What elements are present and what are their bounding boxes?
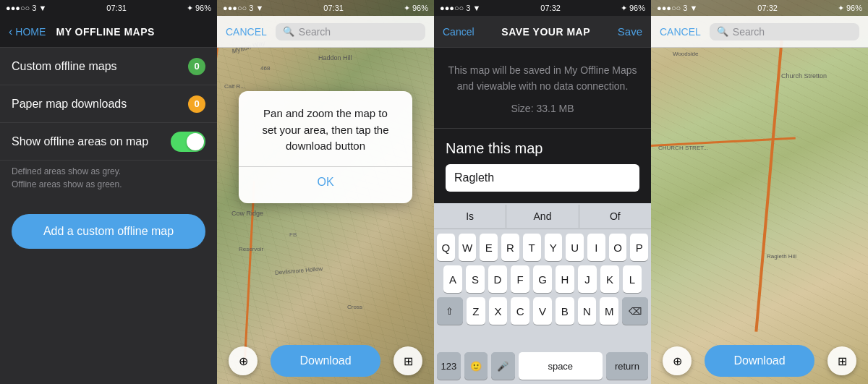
menu-item-label: Paper map downloads xyxy=(12,98,127,111)
dialog-overlay: Pan and zoom the map to set your area, t… xyxy=(217,48,434,384)
screen2-nav: ●●●○○ 3 ▼ 07:31 ✦ 96% CANCEL 🔍 Search xyxy=(217,0,434,48)
search-placeholder-2: Search xyxy=(299,26,331,38)
key-e[interactable]: E xyxy=(480,234,498,261)
paper-map-downloads-item[interactable]: Paper map downloads 0 xyxy=(0,85,217,123)
screen-map-download: Woodside Church Stretton CHURCH STRET...… xyxy=(651,0,868,384)
key-f[interactable]: F xyxy=(511,265,529,293)
key-shift[interactable]: ⇧ xyxy=(437,297,463,325)
search-area-4[interactable]: 🔍 Search xyxy=(710,23,859,40)
key-p[interactable]: P xyxy=(630,234,648,261)
suggestion-is[interactable]: Is xyxy=(434,205,506,228)
search-area-2[interactable]: 🔍 Search xyxy=(276,23,425,40)
status-bar-3: ●●●○○ 3 ▼ 07:32 ✦ 96% xyxy=(434,0,651,16)
key-a[interactable]: A xyxy=(443,265,462,293)
download-button-4[interactable]: Download xyxy=(705,345,814,377)
dialog-text: Pan and zoom the map to set your area, t… xyxy=(256,106,395,155)
key-r[interactable]: R xyxy=(501,234,519,261)
suggestion-of[interactable]: Of xyxy=(579,205,651,228)
back-label: HOME xyxy=(15,26,46,38)
key-d[interactable]: D xyxy=(488,265,507,293)
name-section-label: Name this map xyxy=(446,140,639,157)
status-time-4: 07:32 xyxy=(757,4,778,12)
layers-icon-4: ⊞ xyxy=(838,354,847,368)
key-q[interactable]: Q xyxy=(437,234,455,261)
key-v[interactable]: V xyxy=(533,297,552,325)
key-row-3: ⇧ Z X C V B N M ⌫ xyxy=(437,297,648,325)
key-x[interactable]: X xyxy=(489,297,508,325)
key-mic[interactable]: 🎤 xyxy=(491,352,515,380)
toggle-knob xyxy=(187,133,204,150)
key-y[interactable]: Y xyxy=(545,234,563,261)
key-w[interactable]: W xyxy=(459,234,477,261)
key-num[interactable]: 123 xyxy=(437,352,461,380)
status-bar-2: ●●●○○ 3 ▼ 07:31 ✦ 96% xyxy=(217,0,434,16)
key-l[interactable]: L xyxy=(623,265,642,293)
key-k[interactable]: K xyxy=(600,265,619,293)
save-button-3[interactable]: Save xyxy=(618,25,642,38)
key-space[interactable]: space xyxy=(519,352,603,380)
search-placeholder-4: Search xyxy=(733,26,765,38)
screen-offline-maps: ●●●○○ 3 ▼ 07:31 ✦ 96% ‹ HOME MY OFFLINE … xyxy=(0,0,217,384)
keyboard-area: Is And Of Q W E R T Y U I O P A S D F xyxy=(434,203,651,384)
nav-bar-3: Cancel SAVE YOUR MAP Save xyxy=(434,16,651,48)
back-button[interactable]: ‹ HOME xyxy=(9,25,46,38)
page-title: MY OFFLINE MAPS xyxy=(46,26,165,38)
toggle-label: Show offline areas on map xyxy=(12,135,148,148)
search-icon-4: 🔍 xyxy=(717,26,728,37)
show-offline-areas-toggle-item[interactable]: Show offline areas on map xyxy=(0,123,217,161)
key-z[interactable]: Z xyxy=(467,297,485,325)
search-icon-2: 🔍 xyxy=(283,26,294,37)
map-label: CHURCH STRET... xyxy=(658,145,708,151)
key-n[interactable]: N xyxy=(578,297,597,325)
cancel-button-4[interactable]: CANCEL xyxy=(660,26,701,38)
key-t[interactable]: T xyxy=(523,234,541,261)
key-h[interactable]: H xyxy=(556,265,574,293)
key-s[interactable]: S xyxy=(466,265,485,293)
key-o[interactable]: O xyxy=(609,234,627,261)
status-right-1: ✦ 96% xyxy=(187,4,211,13)
map-size: Size: 33.1 MB xyxy=(446,101,639,116)
toggle-description: Defined areas show as grey.Offline areas… xyxy=(0,161,217,200)
keyboard-suggestions: Is And Of xyxy=(434,203,651,229)
cancel-button-3[interactable]: Cancel xyxy=(443,26,475,38)
cancel-button-2[interactable]: CANCEL xyxy=(226,26,267,38)
location-button-4[interactable]: ⊕ xyxy=(663,346,692,375)
dialog-ok-button[interactable]: OK xyxy=(256,176,395,189)
key-j[interactable]: J xyxy=(578,265,597,293)
badge-count-custom: 0 xyxy=(188,58,205,75)
save-info: This map will be saved in My Offline Map… xyxy=(434,48,651,129)
key-backspace[interactable]: ⌫ xyxy=(622,297,648,325)
add-custom-offline-map-button[interactable]: Add a custom offline map xyxy=(12,214,205,249)
back-chevron-icon: ‹ xyxy=(9,25,12,38)
screen4-nav: ●●●○○ 3 ▼ 07:32 ✦ 96% CANCEL 🔍 Search xyxy=(651,0,868,48)
map-name-input[interactable] xyxy=(446,164,639,192)
bottom-bar-4: ⊕ Download ⊞ xyxy=(651,338,868,384)
pan-zoom-dialog: Pan and zoom the map to set your area, t… xyxy=(239,91,412,203)
key-return[interactable]: return xyxy=(606,352,648,380)
key-m[interactable]: M xyxy=(600,297,618,325)
menu-item-label: Custom offline maps xyxy=(12,60,117,73)
status-bar-4: ●●●○○ 3 ▼ 07:32 ✦ 96% xyxy=(651,0,868,16)
key-c[interactable]: C xyxy=(511,297,529,325)
key-b[interactable]: B xyxy=(556,297,574,325)
custom-offline-maps-item[interactable]: Custom offline maps 0 xyxy=(0,48,217,85)
key-u[interactable]: U xyxy=(566,234,584,261)
key-row-bottom: 123 🙂 🎤 space return xyxy=(434,352,651,384)
screen-map-select: Mytton Way 468 Haddon Hill Calf R... Cow… xyxy=(217,0,434,384)
key-g[interactable]: G xyxy=(533,265,552,293)
layers-button-4[interactable]: ⊞ xyxy=(827,346,856,375)
crosshair-icon-4: ⊕ xyxy=(673,354,682,368)
key-row-1: Q W E R T Y U I O P xyxy=(437,234,648,261)
nav-bar-1: ‹ HOME MY OFFLINE MAPS xyxy=(0,16,217,48)
dialog-divider xyxy=(239,166,412,167)
nav-bar-4: CANCEL 🔍 Search xyxy=(651,16,868,48)
status-bar-1: ●●●○○ 3 ▼ 07:31 ✦ 96% xyxy=(0,0,217,16)
suggestion-and[interactable]: And xyxy=(506,205,579,228)
key-emoji[interactable]: 🙂 xyxy=(464,352,488,380)
offline-areas-toggle[interactable] xyxy=(171,132,205,152)
key-i[interactable]: I xyxy=(587,234,605,261)
keyboard-rows: Q W E R T Y U I O P A S D F G H J K L xyxy=(434,229,651,352)
map-background-2 xyxy=(651,0,868,384)
status-left-1: ●●●○○ 3 ▼ xyxy=(6,4,46,12)
nav-bar-2: CANCEL 🔍 Search xyxy=(217,16,434,48)
